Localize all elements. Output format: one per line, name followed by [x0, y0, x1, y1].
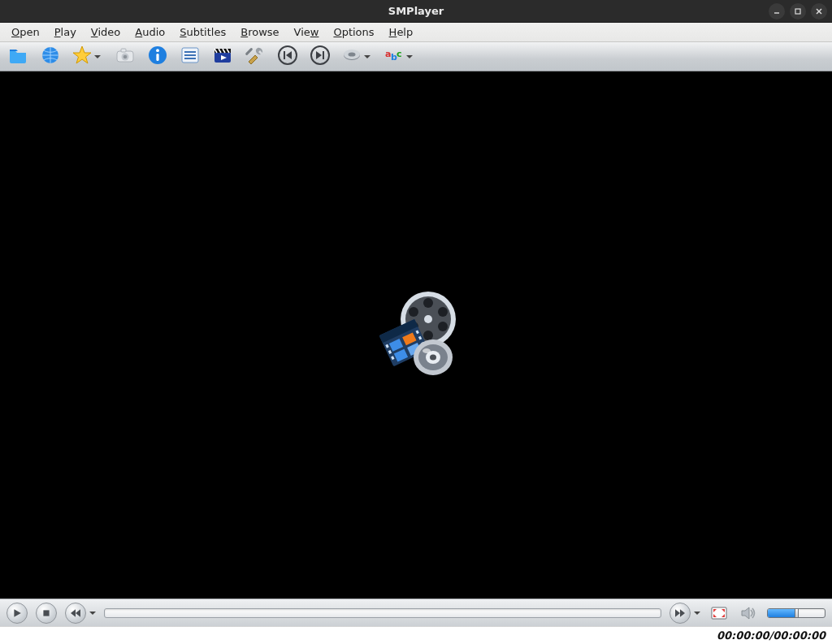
mute-button[interactable] [738, 603, 759, 624]
toolbar-open-url[interactable] [39, 45, 62, 68]
volume-knob[interactable] [795, 608, 799, 618]
maximize-icon [794, 7, 802, 15]
window-title: SMPlayer [388, 5, 444, 17]
menu-options[interactable]: Options [327, 24, 380, 40]
fullscreen-button[interactable] [708, 603, 730, 624]
loop-icon [341, 45, 362, 68]
toolbar-youtube-browser[interactable] [211, 45, 234, 68]
star-icon [72, 45, 93, 68]
close-button[interactable] [811, 3, 827, 19]
smplayer-logo [363, 283, 469, 388]
play-icon [12, 608, 22, 618]
abc-icon: abc [384, 45, 405, 68]
time-total: 00:00:00 [773, 629, 826, 642]
rewind-button[interactable] [65, 603, 86, 624]
minimize-icon [773, 7, 781, 15]
main-toolbar: abc [0, 42, 832, 71]
toolbar-open-file[interactable] [6, 45, 29, 68]
toolbar-show-playlist[interactable] [179, 45, 202, 68]
svg-point-35 [424, 315, 432, 323]
forward-button-group[interactable] [670, 603, 700, 624]
toolbar-previous[interactable] [276, 45, 299, 68]
menu-help[interactable]: Help [383, 24, 420, 40]
control-bar [0, 599, 832, 626]
svg-point-58 [422, 348, 431, 353]
svg-marker-5 [73, 46, 91, 63]
toolbar-favorites[interactable] [72, 45, 104, 68]
volume-fill [768, 609, 796, 617]
svg-rect-60 [43, 610, 49, 616]
stop-button[interactable] [36, 603, 57, 624]
rewind-button-group[interactable] [65, 603, 96, 624]
svg-marker-26 [316, 51, 322, 59]
svg-text:c: c [396, 49, 402, 59]
chevron-down-icon[interactable] [89, 612, 96, 615]
minimize-button[interactable] [769, 3, 785, 19]
toolbar-preferences[interactable] [244, 45, 266, 68]
globe-icon [40, 45, 61, 68]
toolbar-subtitle-track[interactable]: abc [384, 45, 416, 68]
toolbar-next[interactable] [309, 45, 332, 68]
svg-point-41 [438, 322, 448, 331]
menu-play[interactable]: Play [48, 24, 83, 40]
forward-icon [675, 608, 685, 618]
menu-audio[interactable]: Audio [128, 24, 171, 40]
svg-marker-59 [14, 609, 20, 617]
menu-browse[interactable]: Browse [234, 24, 285, 40]
speaker-icon [739, 604, 757, 622]
svg-point-29 [349, 52, 356, 56]
svg-marker-61 [71, 609, 76, 617]
svg-rect-22 [284, 51, 285, 59]
svg-point-38 [409, 307, 418, 317]
svg-rect-11 [156, 54, 158, 61]
svg-rect-7 [121, 49, 126, 52]
svg-rect-20 [245, 48, 254, 56]
tools-icon [245, 45, 266, 68]
chevron-down-icon[interactable] [364, 55, 370, 58]
svg-point-37 [423, 331, 433, 340]
chevron-down-icon[interactable] [694, 612, 700, 615]
status-bar: 00:00:00 / 00:00:00 [0, 626, 832, 644]
clapboard-icon [212, 45, 233, 68]
time-current: 00:00:00 [717, 629, 769, 642]
menu-subtitles[interactable]: Subtitles [173, 24, 232, 40]
toolbar-screenshot[interactable] [114, 45, 136, 68]
rewind-icon [71, 608, 80, 618]
svg-marker-70 [742, 607, 749, 619]
play-button[interactable] [6, 603, 28, 624]
svg-point-12 [156, 49, 159, 52]
svg-point-9 [124, 55, 128, 59]
toolbar-aspect-repeat[interactable] [341, 45, 374, 68]
forward-button[interactable] [670, 603, 691, 624]
next-icon [310, 45, 331, 68]
svg-point-36 [423, 298, 433, 308]
menu-open[interactable]: Open [5, 24, 46, 40]
folder-icon [7, 45, 28, 68]
menu-video[interactable]: Video [84, 24, 127, 40]
chevron-down-icon[interactable] [94, 55, 101, 58]
prev-icon [277, 45, 298, 68]
titlebar: SMPlayer [0, 0, 832, 23]
playlist-icon [180, 45, 201, 68]
svg-point-57 [430, 354, 436, 360]
menubar: OpenPlayVideoAudioSubtitlesBrowseViewOpt… [0, 23, 832, 42]
seek-slider[interactable] [104, 608, 661, 618]
video-area[interactable] [0, 71, 832, 599]
toolbar-media-info[interactable] [146, 45, 169, 68]
svg-marker-62 [76, 609, 80, 617]
camera-icon [115, 45, 136, 68]
svg-point-39 [438, 307, 448, 317]
stop-icon [41, 608, 51, 618]
svg-marker-64 [680, 609, 685, 617]
svg-marker-23 [286, 51, 292, 59]
maximize-button[interactable] [790, 3, 806, 19]
info-icon [147, 45, 168, 68]
fullscreen-icon [710, 604, 728, 622]
svg-rect-1 [795, 9, 800, 14]
svg-rect-25 [323, 51, 324, 59]
menu-view[interactable]: View [288, 24, 326, 40]
chevron-down-icon[interactable] [406, 55, 413, 58]
volume-slider[interactable] [767, 608, 826, 618]
close-icon [815, 7, 823, 15]
svg-marker-63 [675, 609, 680, 617]
